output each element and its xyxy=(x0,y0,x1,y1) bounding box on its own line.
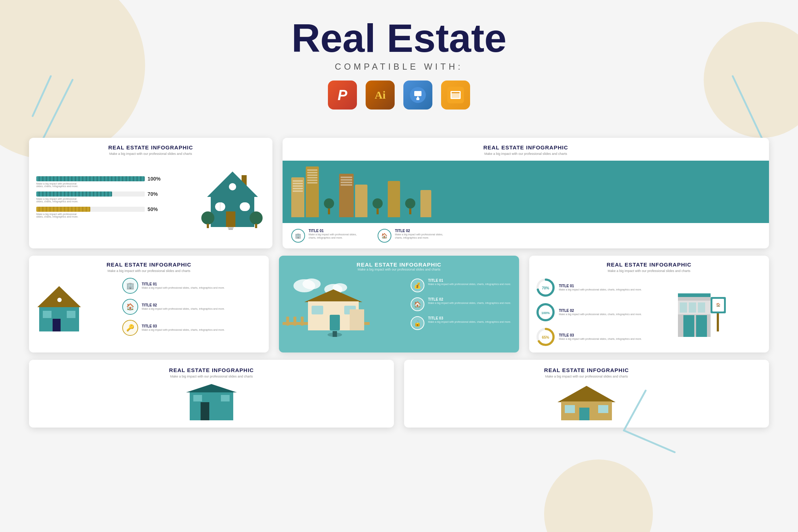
slide-7-subtitle: Make a big impact with our professional … xyxy=(411,375,762,378)
illustrator-icon: Ai xyxy=(366,81,395,110)
svg-rect-62 xyxy=(678,293,711,297)
slide-3-subtitle: Make a big impact with our professional … xyxy=(36,269,262,273)
svg-rect-50 xyxy=(333,331,337,337)
slide-4-pin-icon-1: 💰 xyxy=(411,279,424,292)
slide-row-2: REAL ESTATE INFOGRAPHIC Make a big impac… xyxy=(0,256,798,352)
svg-rect-34 xyxy=(57,298,62,302)
slide-card-1: REAL ESTATE INFOGRAPHIC Make a big impac… xyxy=(29,138,272,248)
slide-card-3: REAL ESTATE INFOGRAPHIC Make a big impac… xyxy=(29,256,269,352)
slide-5-gauge-title-1: TITLE 01 xyxy=(559,284,642,288)
slide-1-title: REAL ESTATE INFOGRAPHIC xyxy=(36,144,265,150)
slide-3-item-3: 🔑 TITLE 03 Make a big impact with profes… xyxy=(122,320,262,336)
slide-2-info-2: 🏠 TITLE 02 Make a big impact with profes… xyxy=(378,229,449,243)
slide-3-item-title-1: TITLE 01 xyxy=(142,282,225,286)
slide-3-title: REAL ESTATE INFOGRAPHIC xyxy=(36,261,262,268)
slide-card-6: REAL ESTATE INFOGRAPHIC Make a big impac… xyxy=(29,360,394,428)
svg-rect-77 xyxy=(221,395,230,401)
progress-bar-70 xyxy=(36,191,145,197)
progress-desc-70: Make a big impact with professionalslide… xyxy=(36,198,162,203)
house-svg-1 xyxy=(200,161,265,233)
slide-5-gauge-desc-1: Make a big impact with professional slid… xyxy=(559,288,642,291)
slide-4-pin-desc-2: Make a big impact with professional slid… xyxy=(428,301,511,305)
gauge-svg-1: 70% xyxy=(536,278,555,297)
svg-rect-67 xyxy=(689,302,696,313)
slide-3-item-1: 🏢 TITLE 01 Make a big impact with profes… xyxy=(122,278,262,294)
svg-rect-46 xyxy=(330,315,340,330)
slide-row-1: REAL ESTATE INFOGRAPHIC Make a big impac… xyxy=(0,138,798,248)
progress-section: 100% Make a big impact with professional… xyxy=(36,176,162,218)
bg-shape-bottom xyxy=(544,459,653,532)
svg-marker-78 xyxy=(558,386,616,402)
slide-5-gauge-title-3: TITLE 03 xyxy=(559,333,642,337)
slide-6-illustration xyxy=(175,384,248,420)
svg-text:🏠: 🏠 xyxy=(716,302,721,307)
google-slides-icon xyxy=(441,81,470,110)
slide-4-pin-desc-3: Make a big impact with professional slid… xyxy=(428,320,511,323)
slide-2-title-1: TITLE 01 xyxy=(309,229,363,233)
ai-label: Ai xyxy=(375,89,386,101)
gauge-svg-2: 100% xyxy=(536,302,555,322)
slide-card-2: REAL ESTATE INFOGRAPHIC Make a big impac… xyxy=(283,138,769,248)
slide-6-title: REAL ESTATE INFOGRAPHIC xyxy=(36,367,387,373)
slide-2-title-2: TITLE 02 xyxy=(395,229,449,233)
slide-5-gauges: 70% TITLE 01 Make a big impact with prof… xyxy=(536,278,671,347)
slide-3-items: 🏢 TITLE 01 Make a big impact with profes… xyxy=(122,278,262,336)
slide-6-content xyxy=(36,384,387,420)
slide-2-icon-2: 🏠 xyxy=(378,229,391,243)
slide-5-house: 🏠 xyxy=(676,279,762,346)
svg-rect-80 xyxy=(579,408,589,420)
svg-point-23 xyxy=(201,211,214,224)
svg-marker-74 xyxy=(186,384,237,392)
svg-text:70%: 70% xyxy=(542,286,549,290)
house-svg-3 xyxy=(36,279,83,333)
slide-3-item-title-3: TITLE 03 xyxy=(142,324,225,328)
svg-rect-81 xyxy=(565,405,575,413)
slide-card-4: REAL ESTATE INFOGRAPHIC Make a big impac… xyxy=(279,256,519,352)
slide-card-7: REAL ESTATE INFOGRAPHIC Make a big impac… xyxy=(404,360,769,428)
svg-rect-68 xyxy=(698,302,705,313)
progress-bar-50 xyxy=(36,207,145,212)
svg-rect-40 xyxy=(286,317,289,326)
svg-point-36 xyxy=(303,279,321,289)
deco-lines-bottom-right xyxy=(617,387,689,459)
svg-rect-31 xyxy=(53,319,61,331)
gauge-svg-3: 65% xyxy=(536,327,555,347)
svg-line-2 xyxy=(33,76,51,116)
slide-3-house xyxy=(36,279,115,335)
slide-7-title: REAL ESTATE INFOGRAPHIC xyxy=(411,367,762,373)
svg-rect-64 xyxy=(696,315,707,337)
svg-rect-27 xyxy=(228,227,234,228)
slide-2-icon-1: 🏢 xyxy=(291,229,305,243)
slide-3-item-desc-3: Make a big impact with professional slid… xyxy=(142,328,225,331)
house-illustration-1 xyxy=(169,161,265,233)
powerpoint-icon: P xyxy=(328,81,357,110)
slide-4-pin-desc-1: Make a big impact with professional slid… xyxy=(428,283,511,286)
svg-rect-63 xyxy=(683,315,694,337)
svg-text:100%: 100% xyxy=(541,311,550,315)
svg-rect-21 xyxy=(240,202,250,211)
slide-4-pin-title-1: TITLE 01 xyxy=(428,279,511,283)
svg-rect-47 xyxy=(312,306,323,314)
svg-point-22 xyxy=(229,183,236,190)
house-sign-svg: 🏠 xyxy=(676,279,727,344)
svg-line-6 xyxy=(624,430,675,452)
svg-text:65%: 65% xyxy=(542,335,549,339)
slide-5-gauge-3: 65% TITLE 03 Make a big impact with prof… xyxy=(536,327,671,347)
progress-label-70: 70% xyxy=(148,191,162,197)
slide-5-gauge-title-2: TITLE 02 xyxy=(559,309,642,313)
svg-rect-51 xyxy=(350,309,364,330)
svg-rect-41 xyxy=(293,317,296,326)
slide-4-subtitle: Make a big impact with our professional … xyxy=(286,268,511,271)
slide-3-item-desc-2: Make a big impact with professional slid… xyxy=(142,307,225,310)
slide-4-pin-title-3: TITLE 03 xyxy=(428,316,511,320)
slide-2-desc-1: Make a big impact with professional slid… xyxy=(309,233,363,239)
slide-4-title: REAL ESTATE INFOGRAPHIC xyxy=(286,261,511,268)
svg-point-25 xyxy=(250,211,263,224)
svg-rect-72 xyxy=(717,313,719,331)
svg-rect-66 xyxy=(680,302,687,313)
slide-3-item-desc-1: Make a big impact with professional slid… xyxy=(142,286,225,289)
slide-4-pin-1: 💰 TITLE 01 Make a big impact with profes… xyxy=(411,279,515,292)
slide-3-icon-2: 🏠 xyxy=(122,299,138,315)
slide-4-pin-2: 🏠 TITLE 02 Make a big impact with profes… xyxy=(411,297,515,311)
slide-card-5: REAL ESTATE INFOGRAPHIC Make a big impac… xyxy=(529,256,769,352)
